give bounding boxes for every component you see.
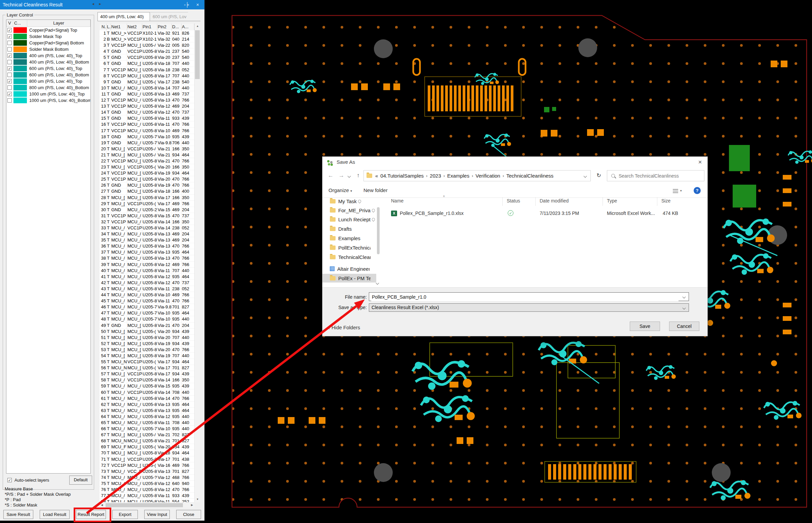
- result-row[interactable]: 53TMCU_[MCU_[U205-8Via-20470766: [99, 347, 194, 353]
- file-column-header[interactable]: Status: [507, 198, 520, 203]
- layer-visibility-checkbox[interactable]: [7, 98, 12, 103]
- layer-visibility-checkbox[interactable]: [7, 60, 12, 64]
- sidebar-item-drafts[interactable]: Drafts: [322, 224, 376, 233]
- result-row[interactable]: 33TMCU_/VCC1PU205-8Via-14238052: [99, 225, 194, 231]
- breadcrumb-segment[interactable]: Verification: [476, 173, 500, 179]
- layer-visibility-checkbox[interactable]: ✓: [7, 79, 12, 84]
- breadcrumb-segment[interactable]: TechnicalCleanliness: [506, 173, 553, 179]
- file-column-header[interactable]: Name: [391, 198, 404, 203]
- default-button[interactable]: Default: [69, 475, 92, 485]
- result-row[interactable]: 18TGNDMCU_/U205-7Via-10935439: [99, 134, 194, 140]
- layer-list[interactable]: VC...Layer ✓Copper(Pad+Signal) Top✓Solde…: [6, 19, 91, 473]
- result-row[interactable]: 6TGNDMCU_[U205-8Via-18707440: [99, 60, 194, 67]
- layer-visibility-checkbox[interactable]: ✓: [7, 66, 12, 71]
- result-row[interactable]: 73TMCU_/VCC_DU205-8Via-13701827: [99, 469, 194, 474]
- layer-visibility-checkbox[interactable]: ✓: [7, 34, 12, 39]
- result-tab[interactable]: 600 um (P/S, Lov: [150, 12, 188, 21]
- sidebar-item-pollex-pm-team[interactable]: PollEx - PM Team: [322, 274, 376, 283]
- result-row[interactable]: 11TGNDMCU_/U205-8Via-13469737: [99, 91, 194, 97]
- history-dropdown-icon[interactable]: [348, 175, 351, 178]
- result-row[interactable]: 62TMCU_/MCU_/U205-8Via-13935464: [99, 401, 194, 408]
- result-row[interactable]: 27TGNDMCU_[U205-8Via-18166400: [99, 188, 194, 194]
- result-row[interactable]: 23TMCU_[VCC1PU205-(Via-20166350: [99, 164, 194, 170]
- result-row[interactable]: 38TMCU_/MCU_/U205-8Via-13470766: [99, 255, 194, 262]
- result-row[interactable]: 31TVCC1PMCU_/U205-8Via-15470737: [99, 213, 194, 219]
- result-row[interactable]: 55TMCU_NVCC1PU205-(Via-17934464: [99, 359, 194, 365]
- result-row[interactable]: 54TMCU_[MCU_[U205-8Via-19707440: [99, 353, 194, 359]
- result-row[interactable]: 42TMCU_/MCU_/U205-8Via-12470737: [99, 280, 194, 286]
- breadcrumb-segment[interactable]: 04.TutorialSamples: [380, 173, 424, 179]
- layer-row[interactable]: ✓1000 um (P/S, Low: 40)_Top: [6, 91, 90, 97]
- result-row[interactable]: 3TVCC1PMCU_[U205-/Via-22005820: [99, 42, 194, 49]
- layer-visibility-checkbox[interactable]: ✓: [7, 53, 12, 58]
- result-row[interactable]: 41TMCU_/MCU_/U205-8Via-12935464: [99, 274, 194, 280]
- dialog-close-icon[interactable]: ×: [693, 157, 707, 168]
- auto-select-checkbox[interactable]: ✓: [7, 478, 12, 482]
- layer-column-header[interactable]: C...: [13, 20, 27, 26]
- result-column-header[interactable]: L.: [107, 23, 111, 30]
- panel-button-view-input[interactable]: View Input: [144, 510, 170, 519]
- result-row[interactable]: 4TGNDVCC1PU205-8Via-21237540: [99, 49, 194, 54]
- layer-row[interactable]: ✓600 um (P/S, Low: 40)_Top: [6, 65, 90, 72]
- result-row[interactable]: 21TMCU_[MCU_[U205-/Via-21934464: [99, 152, 194, 158]
- sort-asc-icon[interactable]: ∧: [443, 194, 445, 198]
- tab-scroll-arrows-icon[interactable]: ◄ ►: [91, 2, 103, 6]
- sidebar-item-pollextechnicalcl[interactable]: PollExTechnicalCl: [322, 243, 376, 252]
- vertical-scrollbar[interactable]: ▲ ▼: [194, 23, 200, 502]
- horizontal-scrollbar[interactable]: ◀ ▶: [99, 503, 194, 507]
- layer-visibility-checkbox[interactable]: [7, 47, 12, 52]
- back-icon[interactable]: ←: [328, 172, 334, 179]
- file-name-input[interactable]: [371, 293, 679, 301]
- result-row[interactable]: 30TGNDMCU_/U205-2Via-15469204: [99, 207, 194, 213]
- result-row[interactable]: 52TMCU_[MCU_[U205-8Via-19934439: [99, 341, 194, 347]
- result-row[interactable]: 29TMCU_[VCC1PU205-(Via-17469766: [99, 201, 194, 207]
- result-column-header[interactable]: Pin1: [142, 23, 158, 30]
- save-as-type-dropdown-icon[interactable]: [683, 306, 686, 310]
- result-column-header[interactable]: Net1: [111, 23, 127, 30]
- result-row[interactable]: 70TMCU_[MCU_[U205-8Via-18934464: [99, 450, 194, 456]
- result-row[interactable]: 46TMCU_/MCU_/U205-7Via-9.8701827: [99, 304, 194, 310]
- result-row[interactable]: 63TMCU_/MCU_/U205-8Via-13935464: [99, 408, 194, 414]
- sidebar-scrollbar[interactable]: [377, 207, 380, 254]
- sidebar-item-examples[interactable]: Examples: [322, 234, 376, 242]
- result-row[interactable]: 39TMCU_/MCU_/U205-8Via-12469766: [99, 262, 194, 268]
- layer-row[interactable]: ✓Copper(Pad+Signal) Top: [6, 27, 90, 33]
- result-row[interactable]: 10TMCU_/MCU_/U205-8Via-14707440: [99, 85, 194, 91]
- forward-icon[interactable]: →: [338, 172, 344, 179]
- result-row[interactable]: 26TGNDMCU_[U205-8Via-19470766: [99, 182, 194, 188]
- breadcrumb-segment[interactable]: Examples: [447, 173, 469, 179]
- scrollbar-thumb[interactable]: [195, 30, 200, 79]
- result-row[interactable]: 74TMCU_/MCU_/U205-?Via-12468766: [99, 474, 194, 481]
- layer-visibility-checkbox[interactable]: [7, 73, 12, 77]
- result-row[interactable]: 60TMCU_/VCC1PU205-8Via-14708440: [99, 390, 194, 396]
- result-row[interactable]: 48TMCU_/MCU_/U205-7Via-10935440: [99, 316, 194, 322]
- result-row[interactable]: 47TMCU_/MCU_/U205-7Via-10935464: [99, 310, 194, 316]
- result-row[interactable]: 69TMCU_FMCU_[U205-(Via-20934439: [99, 444, 194, 450]
- result-tab[interactable]: 400 um (P/S, Low: 40): [97, 12, 150, 21]
- layer-row[interactable]: Copper(Pad+Signal) Bottom: [6, 40, 90, 46]
- layer-visibility-checkbox[interactable]: [7, 41, 12, 45]
- result-row[interactable]: 58TMCU_/VCC1PU205-8Via-14166350: [99, 377, 194, 383]
- layer-visibility-checkbox[interactable]: ✓: [7, 28, 12, 32]
- result-row[interactable]: 61TMCU_/MCU_/U205-8Via-14470766: [99, 396, 194, 401]
- breadcrumb-segment[interactable]: 2023: [430, 173, 441, 179]
- layer-row[interactable]: ✓800 um (P/S, Low: 40)_Top: [6, 78, 90, 85]
- result-row[interactable]: 76TMCU_/MCU_/U205-8Via-12470766: [99, 487, 194, 493]
- file-name-dropdown-icon[interactable]: [683, 295, 686, 299]
- result-column-header[interactable]: Pin2: [158, 23, 172, 30]
- result-row[interactable]: 51TMCU_[MCU_[U205-8Via-20707440: [99, 335, 194, 341]
- scroll-left-icon[interactable]: ◀: [99, 503, 104, 507]
- cancel-button[interactable]: Cancel: [669, 322, 699, 331]
- result-row[interactable]: 36TMCU_/MCU_/U205-8Via-13470766: [99, 243, 194, 249]
- result-row[interactable]: 8TVCC1PMCU_[U205-8Via-17707440: [99, 73, 194, 79]
- result-column-header[interactable]: N.: [99, 23, 107, 30]
- layer-visibility-checkbox[interactable]: ✓: [7, 92, 12, 96]
- result-row[interactable]: 16TVCC1PMCU_/U205-8Via-11470766: [99, 122, 194, 127]
- result-row[interactable]: 32TVCC1PMCU_/U205-8Via-14166350: [99, 219, 194, 225]
- panel-button-result-report[interactable]: Result Report: [76, 510, 106, 519]
- result-row[interactable]: 5TGNDVCC1PU205-8Via-20237540: [99, 54, 194, 60]
- layer-row[interactable]: Solder Mask Bottom: [6, 46, 90, 52]
- result-row[interactable]: 64TMCU_/MCU_/U205-8Via-12935440: [99, 414, 194, 420]
- search-box[interactable]: [607, 170, 704, 181]
- layer-list-header[interactable]: VC...Layer: [6, 20, 90, 27]
